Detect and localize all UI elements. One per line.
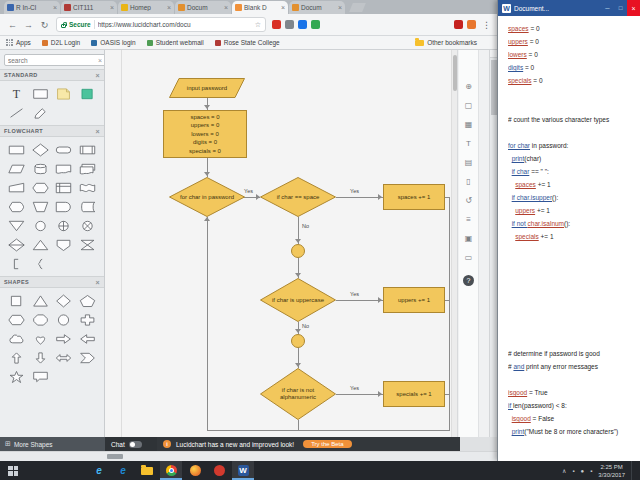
shape-triangle[interactable] — [30, 292, 50, 309]
word-titlebar[interactable]: W Document... ─ □ × — [498, 0, 640, 16]
shape-or-junction[interactable] — [54, 217, 74, 234]
shape-pentagon[interactable] — [77, 292, 97, 309]
node-if_alnum[interactable]: if char is not alphanumeric — [260, 368, 336, 420]
browser-tab-1[interactable]: CIT111× — [61, 1, 117, 14]
shape-extract[interactable] — [30, 236, 50, 253]
extension-icon-4[interactable] — [311, 20, 320, 29]
new-tab-button[interactable] — [349, 3, 366, 12]
shape-block[interactable] — [77, 85, 97, 102]
shape-line[interactable] — [7, 104, 27, 121]
shape-decision[interactable] — [30, 141, 50, 158]
tray-icon[interactable]: ● — [581, 468, 585, 474]
extension-icon-2[interactable] — [285, 20, 294, 29]
taskbar-app-opera[interactable] — [208, 461, 230, 480]
tray-icon[interactable]: ▪ — [572, 468, 574, 474]
page-scrollbar[interactable] — [489, 50, 497, 437]
node-conn2[interactable] — [291, 334, 305, 348]
tab-close-icon[interactable]: × — [224, 4, 228, 11]
more-shapes-button[interactable]: ⊞ More Shapes — [0, 437, 105, 451]
shape-preparation[interactable] — [30, 179, 50, 196]
taskbar-app-edge[interactable]: e — [112, 461, 134, 480]
browser-tab-5[interactable]: Docum× — [289, 1, 345, 14]
shape-circle[interactable] — [54, 311, 74, 328]
try-beta-button[interactable]: Try the Beta — [303, 440, 351, 448]
node-if_space[interactable]: if char == space — [260, 177, 336, 217]
toolbar-icon-revision-history[interactable]: ↺ — [465, 196, 472, 205]
start-button[interactable] — [0, 461, 26, 480]
shape-square[interactable] — [7, 292, 27, 309]
bookmark-item-0[interactable]: D2L Login — [42, 39, 80, 46]
tab-close-icon[interactable]: × — [338, 4, 342, 11]
shape-internal-storage[interactable] — [54, 179, 74, 196]
shape-summing-junction[interactable] — [77, 217, 97, 234]
shape-paper-tape[interactable] — [77, 179, 97, 196]
node-input[interactable]: input password — [169, 78, 245, 98]
taskbar-app-internet-explorer[interactable]: e — [88, 461, 110, 480]
shape-cross[interactable] — [77, 311, 97, 328]
shape-predefined-process[interactable] — [77, 141, 97, 158]
library-header-standard[interactable]: STANDARD× — [0, 69, 104, 81]
taskbar-app-firefox[interactable] — [184, 461, 206, 480]
shape-chevron[interactable] — [77, 349, 97, 366]
taskbar-app-file-explorer[interactable] — [136, 461, 158, 480]
toolbar-icon-comments[interactable]: ▭ — [465, 253, 473, 262]
taskbar-app-chrome[interactable] — [160, 461, 182, 480]
shape-arrow-right[interactable] — [54, 330, 74, 347]
forward-button[interactable]: → — [22, 20, 35, 30]
bookmark-item-2[interactable]: Student webmail — [147, 39, 204, 46]
shape-terminator[interactable] — [54, 141, 74, 158]
library-header-shapes[interactable]: SHAPES× — [0, 276, 104, 288]
shape-document[interactable] — [54, 160, 74, 177]
reload-button[interactable]: ↻ — [38, 20, 51, 30]
browser-menu-icon[interactable]: ⋮ — [482, 20, 491, 30]
back-button[interactable]: ← — [6, 20, 19, 30]
tray-icon[interactable]: ▪ — [590, 468, 592, 474]
shape-hexagon[interactable] — [7, 311, 27, 328]
close-button[interactable]: × — [627, 0, 640, 16]
library-header-flowchart[interactable]: FLOWCHART× — [0, 125, 104, 137]
shape-diamond[interactable] — [54, 292, 74, 309]
toolbar-icon-zoom[interactable]: ▢ — [465, 101, 473, 110]
browser-tab-0[interactable]: R In-Cl× — [4, 1, 60, 14]
shape-sort[interactable] — [7, 236, 27, 253]
shape-collate[interactable] — [77, 236, 97, 253]
shape-connector[interactable] — [30, 217, 50, 234]
shape-bracket[interactable] — [7, 255, 27, 272]
minimize-button[interactable]: ─ — [601, 0, 614, 16]
shape-data[interactable] — [7, 160, 27, 177]
shape-off-page-connector[interactable] — [54, 236, 74, 253]
scroll-up-button[interactable] — [490, 50, 497, 58]
node-add_special[interactable]: specials += 1 — [383, 381, 445, 407]
shape-database[interactable] — [30, 160, 50, 177]
taskbar-app-word[interactable]: W — [232, 461, 254, 480]
toolbar-icon-layers[interactable]: ≡ — [466, 215, 471, 224]
help-button[interactable]: ? — [463, 275, 474, 286]
canvas-hscroll-thumb[interactable] — [107, 454, 123, 459]
shape-stored-data[interactable] — [77, 198, 97, 215]
extension-icon-red[interactable] — [454, 20, 463, 29]
toolbar-icon-page[interactable]: ▯ — [466, 177, 470, 186]
node-init[interactable]: spaces = 0uppers = 0lowers = 0digits = 0… — [163, 110, 247, 158]
shape-delay[interactable] — [54, 198, 74, 215]
shape-rectangle[interactable] — [30, 85, 50, 102]
shape-process[interactable] — [7, 141, 27, 158]
extension-icon-1[interactable] — [272, 20, 281, 29]
shape-pen[interactable] — [30, 104, 50, 121]
bookmark-item-1[interactable]: OASIS login — [91, 39, 135, 46]
shape-brace[interactable] — [30, 255, 50, 272]
shape-double-arrow[interactable] — [54, 349, 74, 366]
node-add_space[interactable]: spaces += 1 — [383, 184, 445, 210]
show-desktop-button[interactable] — [631, 461, 635, 480]
shape-note[interactable] — [54, 85, 74, 102]
shape-manual-input[interactable] — [7, 179, 27, 196]
browser-tab-3[interactable]: Docum× — [175, 1, 231, 14]
tab-close-icon[interactable]: × — [281, 4, 285, 11]
tab-close-icon[interactable]: × — [167, 4, 171, 11]
node-if_upper[interactable]: if char is uppercase — [260, 278, 336, 322]
canvas[interactable]: YesYesNoYesNoYesinput passwordspaces = 0… — [105, 50, 458, 437]
canvas-vscroll-thumb[interactable] — [453, 55, 457, 91]
search-input[interactable] — [4, 54, 105, 66]
browser-tab-4[interactable]: Blank D× — [232, 1, 288, 14]
node-loop[interactable]: for char in password — [169, 177, 245, 217]
tab-close-icon[interactable]: × — [53, 4, 57, 11]
